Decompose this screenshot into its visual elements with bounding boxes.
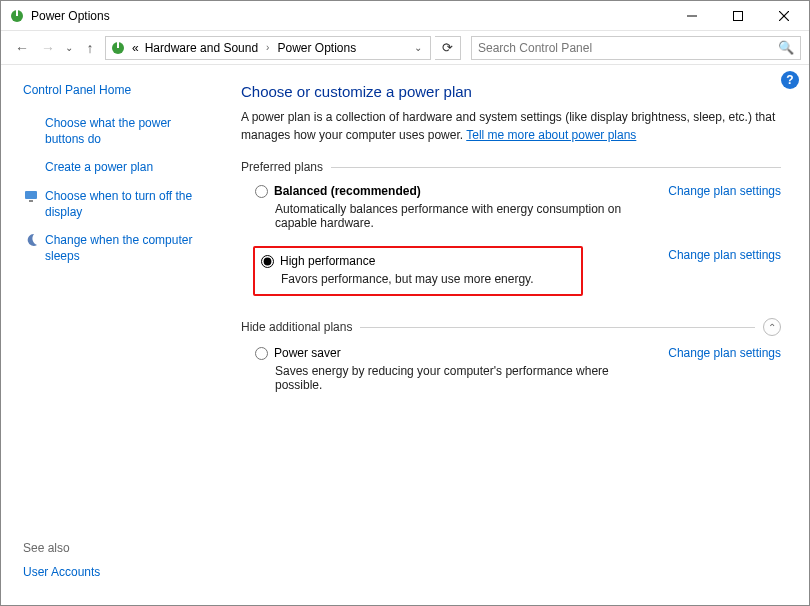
divider xyxy=(331,167,781,168)
forward-button[interactable]: → xyxy=(37,37,59,59)
sidebar: Control Panel Home Choose what the power… xyxy=(1,65,221,605)
content-body: ? Control Panel Home Choose what the pow… xyxy=(1,65,809,605)
plan-power-saver: Power saver Saves energy by reducing you… xyxy=(241,342,781,406)
section-label: Hide additional plans xyxy=(241,320,352,334)
svg-rect-9 xyxy=(29,200,33,202)
search-input[interactable] xyxy=(478,41,778,55)
sidebar-item-display-off[interactable]: Choose when to turn off the display xyxy=(23,188,211,220)
sidebar-item-create-plan[interactable]: Create a power plan xyxy=(23,159,211,175)
radio-input[interactable] xyxy=(255,185,268,198)
intro-link[interactable]: Tell me more about power plans xyxy=(466,128,636,142)
plan-description: Automatically balances performance with … xyxy=(275,202,652,230)
page-heading: Choose or customize a power plan xyxy=(241,83,781,100)
change-plan-settings-link[interactable]: Change plan settings xyxy=(652,346,781,402)
breadcrumb-item[interactable]: Power Options xyxy=(277,41,356,55)
power-options-icon xyxy=(9,8,25,24)
monitor-icon xyxy=(23,188,39,204)
control-panel-icon xyxy=(110,40,126,56)
svg-rect-8 xyxy=(25,191,37,199)
chevron-right-icon: › xyxy=(264,42,271,53)
preferred-plans-header: Preferred plans xyxy=(241,160,781,174)
svg-rect-7 xyxy=(117,42,119,48)
plan-name-label: High performance xyxy=(280,254,375,268)
search-icon: 🔍 xyxy=(778,40,794,55)
plan-description: Saves energy by reducing your computer's… xyxy=(275,364,652,392)
plan-radio-balanced[interactable]: Balanced (recommended) xyxy=(255,184,652,198)
plan-radio-power-saver[interactable]: Power saver xyxy=(255,346,652,360)
highlight-box: High performance Favors performance, but… xyxy=(253,246,583,296)
titlebar: Power Options xyxy=(1,1,809,31)
plan-balanced: Balanced (recommended) Automatically bal… xyxy=(241,180,781,244)
sidebar-item-power-buttons[interactable]: Choose what the power buttons do xyxy=(23,115,211,147)
sidebar-item-label[interactable]: Create a power plan xyxy=(45,159,153,175)
back-button[interactable]: ← xyxy=(11,37,33,59)
radio-input[interactable] xyxy=(261,255,274,268)
change-plan-settings-link[interactable]: Change plan settings xyxy=(652,248,781,304)
sidebar-item-sleep[interactable]: Change when the computer sleeps xyxy=(23,232,211,264)
search-box[interactable]: 🔍 xyxy=(471,36,801,60)
see-also-heading: See also xyxy=(23,541,211,555)
breadcrumb-item[interactable]: Hardware and Sound xyxy=(145,41,258,55)
refresh-button[interactable]: ⟳ xyxy=(435,36,461,60)
plan-name-label: Balanced (recommended) xyxy=(274,184,421,198)
window: Power Options ← → ⌄ ↑ « Hardware and Sou… xyxy=(0,0,810,606)
maximize-button[interactable] xyxy=(715,1,761,31)
collapse-icon[interactable]: ⌃ xyxy=(763,318,781,336)
main-panel: Choose or customize a power plan A power… xyxy=(221,65,809,605)
change-plan-settings-link[interactable]: Change plan settings xyxy=(652,184,781,240)
radio-input[interactable] xyxy=(255,347,268,360)
recent-locations-dropdown[interactable]: ⌄ xyxy=(63,42,75,53)
additional-plans-header[interactable]: Hide additional plans ⌃ xyxy=(241,318,781,336)
breadcrumb-prefix: « xyxy=(132,41,139,55)
control-panel-home-link[interactable]: Control Panel Home xyxy=(23,83,211,97)
plan-name-label: Power saver xyxy=(274,346,341,360)
plan-high-performance: High performance Favors performance, but… xyxy=(241,244,781,308)
address-bar[interactable]: « Hardware and Sound › Power Options ⌄ xyxy=(105,36,431,60)
address-dropdown[interactable]: ⌄ xyxy=(410,42,426,53)
up-button[interactable]: ↑ xyxy=(79,37,101,59)
svg-rect-3 xyxy=(734,11,743,20)
svg-rect-1 xyxy=(16,10,18,16)
sidebar-item-label[interactable]: Choose when to turn off the display xyxy=(45,188,211,220)
minimize-button[interactable] xyxy=(669,1,715,31)
intro-text: A power plan is a collection of hardware… xyxy=(241,108,781,144)
close-button[interactable] xyxy=(761,1,807,31)
address-bar-row: ← → ⌄ ↑ « Hardware and Sound › Power Opt… xyxy=(1,31,809,65)
window-title: Power Options xyxy=(31,9,110,23)
divider xyxy=(360,327,755,328)
plan-radio-high-performance[interactable]: High performance xyxy=(261,254,573,268)
sidebar-item-label[interactable]: Choose what the power buttons do xyxy=(45,115,211,147)
plan-description: Favors performance, but may use more ene… xyxy=(281,272,573,286)
moon-icon xyxy=(23,232,39,248)
sidebar-item-label[interactable]: Change when the computer sleeps xyxy=(45,232,211,264)
see-also-user-accounts[interactable]: User Accounts xyxy=(23,565,100,579)
section-label: Preferred plans xyxy=(241,160,323,174)
